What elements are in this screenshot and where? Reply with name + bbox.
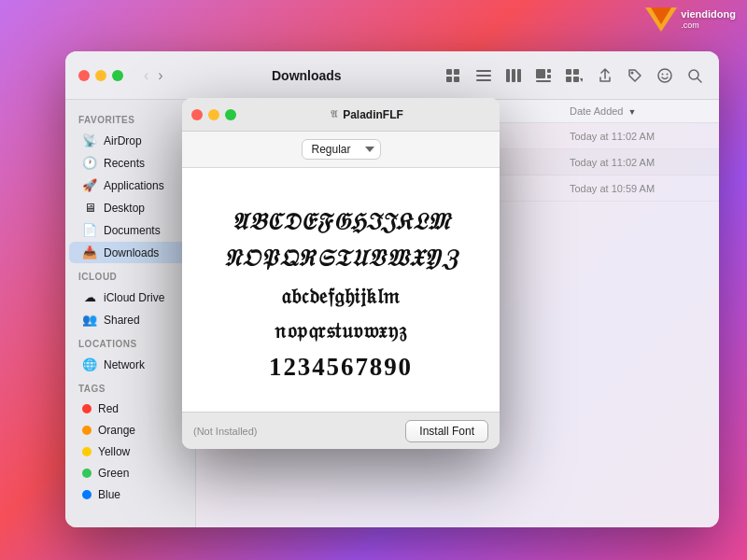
modal-maximize-button[interactable] <box>225 109 236 120</box>
svg-rect-18 <box>566 77 571 82</box>
view-icon-grid[interactable] <box>443 67 465 84</box>
svg-rect-4 <box>446 77 452 82</box>
locations-label: Locations <box>65 331 195 353</box>
tag-label: Orange <box>98 424 135 437</box>
toolbar-icons: ▾ <box>443 66 706 85</box>
sidebar-item-label: Downloads <box>104 246 159 259</box>
sidebar-item-label: Shared <box>104 314 140 327</box>
maximize-button[interactable] <box>112 70 123 81</box>
svg-text:𝔞𝔟𝔠𝔡𝔢𝔣𝔤𝔥𝔦𝔧𝔨𝔩𝔪: 𝔞𝔟𝔠𝔡𝔢𝔣𝔤𝔥𝔦𝔧𝔨𝔩𝔪 <box>281 284 400 308</box>
favorites-label: Favorites <box>65 107 195 129</box>
svg-point-22 <box>658 69 671 82</box>
sidebar-item-tag-yellow[interactable]: Yellow <box>69 441 191 462</box>
svg-rect-7 <box>476 75 491 77</box>
tag-icon[interactable] <box>624 66 646 85</box>
svg-rect-10 <box>512 69 515 82</box>
downloads-icon: 📥 <box>82 245 97 259</box>
window-controls <box>78 70 123 81</box>
col-header-date[interactable]: Date Added ▼ <box>555 105 704 117</box>
close-button[interactable] <box>78 70 90 81</box>
svg-rect-16 <box>566 69 571 75</box>
view-icon-columns[interactable] <box>502 67 525 84</box>
font-style-select[interactable]: Regular Bold Italic Bold Italic <box>302 139 381 160</box>
view-icon-list[interactable] <box>472 67 495 84</box>
tag-label: Blue <box>98 488 120 501</box>
sidebar-item-tag-orange[interactable]: Orange <box>69 420 191 441</box>
red-tag-dot <box>82 404 92 413</box>
svg-point-23 <box>662 73 664 75</box>
modal-title: 𝔄 PaladinFLF <box>244 108 490 121</box>
font-preview-svg: .gothic { font-family: 'Palatino Linotyp… <box>197 187 485 393</box>
font-style-controls: Regular Bold Italic Bold Italic <box>182 132 500 168</box>
sidebar-item-label: Recents <box>104 157 145 170</box>
font-title-icon: 𝔄 <box>331 108 337 120</box>
share-icon[interactable] <box>594 66 616 85</box>
svg-text:𝔫𝔬𝔭𝔮𝔯𝔰𝔱𝔲𝔳𝔴𝔵𝔶𝔷: 𝔫𝔬𝔭𝔮𝔯𝔰𝔱𝔲𝔳𝔴𝔵𝔶𝔷 <box>275 318 407 343</box>
sidebar-item-tag-green[interactable]: Green <box>69 463 191 483</box>
documents-icon: 📄 <box>82 223 97 237</box>
emoji-icon[interactable] <box>654 66 676 85</box>
sidebar-item-icloud-drive[interactable]: ☁ iCloud Drive <box>69 287 191 308</box>
vdd-brand-text: viendidong .com <box>681 8 736 31</box>
network-icon: 🌐 <box>82 357 97 371</box>
modal-close-button[interactable] <box>191 109 203 120</box>
vdd-logo: viendidong .com <box>645 7 736 32</box>
file-date: Today at 11:02 AM <box>555 157 704 168</box>
svg-line-26 <box>698 78 701 82</box>
green-tag-dot <box>82 469 92 478</box>
minimize-button[interactable] <box>95 70 106 81</box>
sidebar-item-desktop[interactable]: 🖥 Desktop <box>69 197 191 218</box>
sidebar: Favorites 📡 AirDrop 🕐 Recents 🚀 Applicat… <box>65 100 196 527</box>
sidebar-item-label: Applications <box>104 179 164 192</box>
back-button[interactable]: ‹ <box>140 65 152 86</box>
icloud-label: iCloud <box>65 264 195 286</box>
sidebar-item-tag-blue[interactable]: Blue <box>69 484 191 505</box>
svg-point-24 <box>667 73 669 75</box>
svg-rect-3 <box>454 69 459 75</box>
install-status: (Not Installed) <box>193 426 257 437</box>
font-preview-area: .gothic { font-family: 'Palatino Linotyp… <box>182 168 500 412</box>
tag-label: Green <box>98 467 129 480</box>
tag-label: Red <box>98 402 119 415</box>
sidebar-item-documents[interactable]: 📄 Documents <box>69 219 191 241</box>
search-icon[interactable] <box>684 66 706 85</box>
finder-title: Downloads <box>180 68 433 83</box>
group-icon[interactable]: ▾ <box>562 67 586 84</box>
svg-rect-13 <box>547 69 551 73</box>
blue-tag-dot <box>82 490 92 499</box>
svg-rect-17 <box>573 69 579 75</box>
sidebar-item-airdrop[interactable]: 📡 AirDrop <box>69 130 191 151</box>
modal-minimize-button[interactable] <box>208 109 219 120</box>
sidebar-item-label: Network <box>104 358 145 371</box>
svg-rect-19 <box>573 77 579 82</box>
nav-arrows: ‹ › <box>140 65 167 86</box>
vdd-logo-icon <box>645 7 677 32</box>
sidebar-item-label: Desktop <box>104 202 145 215</box>
sidebar-item-downloads[interactable]: 📥 Downloads <box>69 242 191 263</box>
finder-toolbar: ‹ › Downloads ▾ <box>65 51 719 100</box>
svg-text:1234567890: 1234567890 <box>269 353 413 381</box>
applications-icon: 🚀 <box>82 178 97 192</box>
view-icon-gallery[interactable] <box>532 67 555 84</box>
sidebar-item-label: iCloud Drive <box>104 291 164 304</box>
svg-rect-15 <box>536 80 551 82</box>
svg-rect-12 <box>536 69 545 78</box>
install-font-button[interactable]: Install Font <box>405 420 488 442</box>
icloud-drive-icon: ☁ <box>82 290 97 304</box>
sidebar-item-shared[interactable]: 👥 Shared <box>69 309 191 330</box>
sort-indicator: ▼ <box>628 107 637 117</box>
modal-footer: (Not Installed) Install Font <box>182 412 500 449</box>
file-date: Today at 11:02 AM <box>555 131 704 142</box>
shared-icon: 👥 <box>82 313 97 327</box>
font-preview-modal: 𝔄 PaladinFLF Regular Bold Italic Bold It… <box>182 98 500 449</box>
recents-icon: 🕐 <box>82 156 97 170</box>
tags-label: Tags <box>65 376 195 398</box>
orange-tag-dot <box>82 426 92 435</box>
airdrop-icon: 📡 <box>82 133 97 147</box>
sidebar-item-network[interactable]: 🌐 Network <box>69 354 191 375</box>
sidebar-item-recents[interactable]: 🕐 Recents <box>69 152 191 174</box>
forward-button[interactable]: › <box>154 65 166 86</box>
svg-point-21 <box>631 71 634 74</box>
sidebar-item-tag-red[interactable]: Red <box>69 399 191 419</box>
sidebar-item-applications[interactable]: 🚀 Applications <box>69 175 191 196</box>
